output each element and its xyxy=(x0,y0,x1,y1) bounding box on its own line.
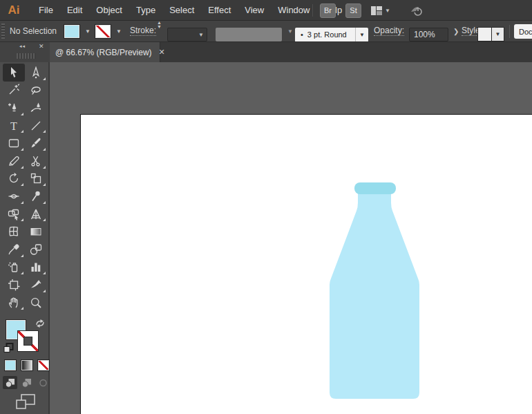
tool-rotate[interactable] xyxy=(3,170,25,188)
menu-item-type[interactable]: Type xyxy=(129,1,162,19)
color-button[interactable] xyxy=(4,359,17,371)
tool-zoom[interactable] xyxy=(25,294,47,312)
draw-behind-button[interactable] xyxy=(19,376,34,389)
document-tab[interactable]: @ 66.67% (RGB/Preview) ✕ xyxy=(50,42,160,62)
default-fill-stroke-icon[interactable] xyxy=(3,343,14,356)
brush-chevron-button[interactable]: ▼ xyxy=(355,24,368,42)
stroke-color-swatch[interactable] xyxy=(95,23,111,39)
tool-lasso[interactable] xyxy=(25,82,47,100)
tool-paintbrush[interactable] xyxy=(25,134,47,152)
artboard-icon xyxy=(8,279,20,291)
tool-blend[interactable] xyxy=(25,241,47,258)
tool-hand[interactable] xyxy=(3,294,25,312)
collapse-panel-icon[interactable]: ◂◂ xyxy=(19,44,26,49)
brush-definition-field[interactable]: • 3 pt. Round xyxy=(295,24,355,42)
menu-item-edit[interactable]: Edit xyxy=(60,1,89,19)
tool-scissors[interactable] xyxy=(25,152,47,170)
bottle-body xyxy=(330,191,419,399)
menu-bar: Ai FileEditObjectTypeSelectEffectViewWin… xyxy=(0,0,532,21)
style-chevron-button[interactable]: ▼ xyxy=(492,23,504,42)
shape-builder-icon xyxy=(8,208,20,220)
eyedropper-icon xyxy=(8,243,20,256)
tool-gradient[interactable] xyxy=(25,223,47,241)
fill-chevron-icon[interactable]: ▼ xyxy=(82,21,94,41)
tool-column-graph[interactable] xyxy=(25,258,47,276)
flyout-indicator xyxy=(21,307,23,310)
none-button[interactable] xyxy=(37,359,50,371)
document-setup-button[interactable]: Docu xyxy=(514,24,532,39)
width-icon xyxy=(8,190,20,203)
tool-magic-wand[interactable] xyxy=(3,82,25,100)
tool-eyedropper[interactable] xyxy=(3,241,25,258)
rotate-icon xyxy=(8,172,20,185)
menu-item-effect[interactable]: Effect xyxy=(201,1,238,19)
bridge-button[interactable]: Br xyxy=(320,3,336,18)
toolbar-panel: T xyxy=(0,62,50,414)
scissors-icon xyxy=(30,155,42,167)
menu-item-view[interactable]: View xyxy=(238,1,271,19)
tool-line-segment[interactable] xyxy=(25,117,47,135)
tool-symbol-sprayer[interactable] xyxy=(3,258,25,276)
flyout-indicator xyxy=(43,77,46,80)
flyout-indicator xyxy=(43,166,46,169)
blend-icon xyxy=(30,243,42,256)
screen-mode-icon[interactable] xyxy=(15,394,36,413)
stroke-weight-dropdown[interactable]: ▼ xyxy=(167,24,207,42)
magic-wand-icon xyxy=(8,84,20,96)
hand-icon xyxy=(8,297,20,309)
tab-close-icon[interactable]: ✕ xyxy=(159,48,165,57)
flyout-indicator xyxy=(43,130,46,133)
mesh-icon xyxy=(8,225,20,238)
bottle-shape[interactable] xyxy=(315,180,433,408)
tool-direct-selection[interactable] xyxy=(25,64,47,82)
lasso-icon xyxy=(30,84,42,96)
close-panel-icon[interactable]: ✕ xyxy=(39,43,44,50)
menu-item-object[interactable]: Object xyxy=(89,1,129,19)
selection-status: No Selection xyxy=(10,21,57,41)
gradient-button[interactable] xyxy=(21,359,33,371)
style-swatch[interactable] xyxy=(477,23,492,42)
tool-curvature[interactable] xyxy=(25,99,47,117)
chevron-down-icon[interactable]: ▼ xyxy=(385,8,390,14)
canvas-pasteboard xyxy=(0,62,532,414)
flyout-indicator xyxy=(21,201,23,204)
stroke-proxy-swatch[interactable] xyxy=(17,330,39,352)
tool-pencil[interactable] xyxy=(3,152,25,170)
tool-rectangle[interactable] xyxy=(3,134,25,152)
tool-type[interactable]: T xyxy=(3,117,25,135)
tool-shape-builder[interactable] xyxy=(3,205,25,223)
opacity-field[interactable]: 100% xyxy=(409,24,448,42)
illustrator-window: Ai FileEditObjectTypeSelectEffectViewWin… xyxy=(0,0,532,414)
tool-pen[interactable] xyxy=(3,99,25,117)
stroke-link[interactable]: Stroke: xyxy=(130,21,156,41)
tool-perspective-grid[interactable] xyxy=(25,205,47,223)
app-logo: Ai xyxy=(0,3,28,17)
menu-item-window[interactable]: Window xyxy=(271,1,316,19)
flyout-indicator xyxy=(43,183,46,186)
symbol-sprayer-icon xyxy=(8,261,20,273)
panel-grip[interactable] xyxy=(1,23,5,39)
opacity-link[interactable]: Opacity: xyxy=(374,21,404,41)
workspace-switcher-icon[interactable] xyxy=(371,6,382,15)
panel-grip[interactable] xyxy=(17,53,36,59)
tool-puppet-warp[interactable] xyxy=(25,187,47,205)
stroke-weight-stepper[interactable]: ▲▼ xyxy=(157,21,162,41)
opacity-arrow-icon[interactable]: ❯ xyxy=(450,21,462,41)
stroke-chevron-icon[interactable]: ▼ xyxy=(113,21,125,41)
flyout-indicator xyxy=(21,254,23,257)
draw-normal-button[interactable] xyxy=(3,376,17,389)
tool-slice[interactable] xyxy=(25,276,47,294)
stock-button[interactable]: St xyxy=(345,3,361,18)
tool-artboard[interactable] xyxy=(3,276,25,294)
tool-scale[interactable] xyxy=(25,170,47,188)
width-profile-dropdown[interactable] xyxy=(216,24,282,42)
tool-width[interactable] xyxy=(3,187,25,205)
menu-item-select[interactable]: Select xyxy=(162,1,201,19)
flyout-indicator xyxy=(21,130,23,133)
tool-mesh[interactable] xyxy=(3,223,25,241)
fill-color-swatch[interactable] xyxy=(64,23,80,39)
gpu-performance-icon[interactable] xyxy=(408,3,425,17)
swap-fill-stroke-icon[interactable] xyxy=(35,319,46,331)
tool-selection[interactable] xyxy=(3,64,25,82)
menu-item-file[interactable]: File xyxy=(32,1,60,19)
